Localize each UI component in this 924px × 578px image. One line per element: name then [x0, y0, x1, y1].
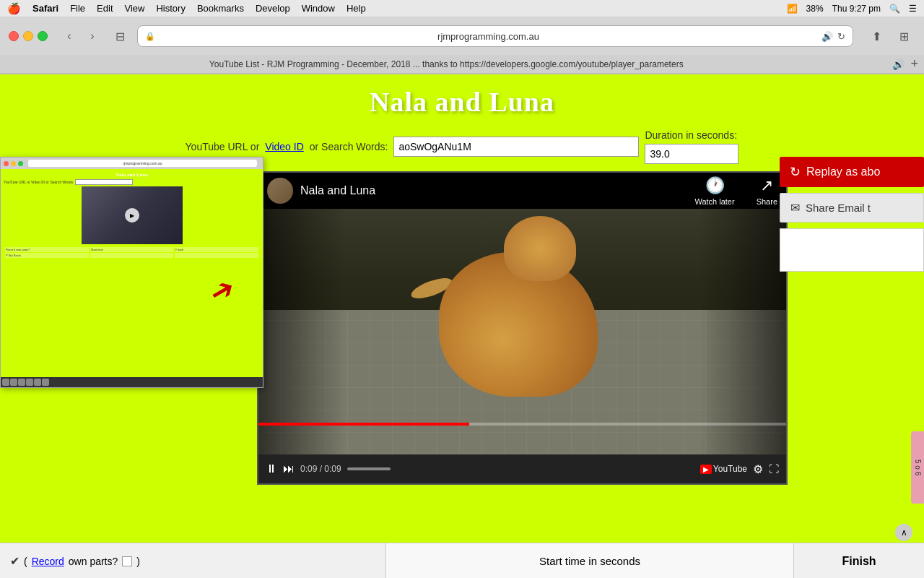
sidebar-toggle-button[interactable]: ⊟ [108, 26, 131, 46]
watch-later-label: Watch later [694, 197, 734, 206]
bottom-right-section: Finish [794, 543, 924, 578]
checkmark-icon: ✔ [10, 554, 19, 568]
replay-button[interactable]: ↻ Replay as abo [780, 157, 924, 187]
menu-icon[interactable]: ☰ [909, 4, 917, 14]
mini-table-cell: Record own parts? [5, 247, 89, 252]
mini-address-bar: rjmprogramming.com.au [28, 160, 257, 167]
dark-overlay-left [258, 209, 345, 454]
bottom-middle-section: Start time in seconds [386, 543, 794, 578]
edge-bar-text: 5 o 6 [914, 460, 922, 475]
url-search-input[interactable] [393, 137, 639, 157]
new-tab-plus-button[interactable]: + [910, 56, 918, 72]
menu-window[interactable]: Window [302, 3, 335, 14]
mini-table-row-2: P Wu Bezin [5, 253, 258, 258]
mini-browser-bar: rjmprogramming.com.au [1, 158, 263, 169]
white-content-box [780, 228, 924, 272]
video-title: Nala and Luna [300, 184, 687, 197]
mini-minimize [11, 161, 16, 166]
yt-text: YouTube [713, 464, 747, 474]
video-header: Nala and Luna 🕐 Watch later ↗ Share [258, 173, 786, 209]
back-button[interactable]: ‹ [59, 26, 79, 46]
menu-edit[interactable]: Edit [97, 3, 113, 14]
url-display: rjmprogramming.com.au [160, 31, 817, 42]
share-video-button[interactable]: ↗ Share [757, 176, 777, 206]
maximize-button[interactable] [38, 31, 48, 41]
video-area: rjmprogramming.com.au Nala and Luna YouT… [0, 171, 924, 485]
apple-menu[interactable]: 🍎 [7, 2, 21, 15]
menu-develop[interactable]: Develop [256, 3, 290, 14]
finish-label: Finish [842, 555, 876, 568]
browser-toolbar: ‹ › ⊟ 🔒 rjmprogramming.com.au 🔊 ↻ ⬆ ⊞ [0, 17, 924, 55]
open-paren: ( [24, 556, 27, 567]
mini-cell-4: P Wu Bezin [5, 253, 89, 258]
menu-help[interactable]: Help [346, 3, 366, 14]
search-icon[interactable]: 🔍 [889, 4, 900, 14]
progress-bar-container[interactable] [258, 423, 786, 426]
mini-table: Record own parts? Start time Finish P Wu… [5, 247, 258, 258]
video-id-link[interactable]: Video ID [265, 141, 303, 152]
pause-button[interactable]: ⏸ [266, 462, 277, 475]
yt-icon: ▶ [700, 465, 712, 474]
tab-title: YouTube List - RJM Programming - Decembe… [6, 59, 886, 69]
fullscreen-button[interactable]: ⛶ [769, 463, 779, 475]
mini-dock-2 [10, 379, 17, 386]
right-edge-bar: 5 o 6 [911, 431, 924, 504]
video-main-area[interactable] [258, 209, 786, 454]
scroll-up-button[interactable]: ∧ [895, 524, 912, 541]
forward-button[interactable]: › [82, 26, 103, 46]
dark-overlay-right [699, 209, 786, 454]
dog-head [504, 216, 576, 281]
new-tab-button[interactable]: ⊞ [892, 26, 915, 46]
dog-body [403, 216, 619, 397]
video-scene [258, 209, 786, 454]
mini-play-icon: ▶ [125, 208, 139, 223]
bottom-bar: ✔ ( Record own parts? ) Start time in se… [0, 543, 924, 578]
menu-safari[interactable]: Safari [32, 3, 58, 14]
replay-icon: ↻ [790, 164, 801, 180]
close-button[interactable] [9, 31, 19, 41]
share-email-button[interactable]: ✉ Share Email t [780, 193, 924, 223]
skip-button[interactable]: ⏭ [283, 462, 295, 475]
bottom-left-section: ✔ ( Record own parts? ) [0, 543, 386, 578]
or-search-label: or Search Words: [310, 141, 388, 152]
menu-history[interactable]: History [156, 3, 185, 14]
youtube-logo: ▶ YouTube [700, 464, 747, 474]
mini-dock-3 [18, 379, 25, 386]
video-player[interactable]: Nala and Luna 🕐 Watch later ↗ Share [257, 171, 788, 485]
main-content: Nala and Luna YouTube URL or Video ID or… [0, 74, 924, 578]
mini-maximize [18, 161, 23, 166]
menu-view[interactable]: View [125, 3, 145, 14]
clock-icon: 🕐 [705, 176, 725, 195]
menu-bookmarks[interactable]: Bookmarks [197, 3, 244, 14]
minimize-button[interactable] [23, 31, 33, 41]
settings-button[interactable]: ⚙ [753, 462, 763, 476]
record-link[interactable]: Record [32, 556, 64, 567]
mini-table-cell-3: Finish [175, 247, 258, 252]
menu-bar-right: 📶 38% Thu 9:27 pm 🔍 ☰ [787, 4, 917, 14]
clock: Thu 9:27 pm [832, 4, 881, 14]
battery-indicator: 38% [806, 4, 824, 14]
toolbar-right: ⬆ ⊞ [865, 26, 915, 46]
mini-dock-1 [2, 379, 9, 386]
own-parts-label: own parts? [69, 556, 118, 567]
volume-control[interactable] [347, 467, 391, 470]
duration-label: Duration in seconds: [645, 129, 737, 141]
channel-avatar [267, 178, 293, 204]
mini-url-input [75, 179, 133, 185]
record-checkbox[interactable] [122, 556, 132, 566]
share-arrow-icon: ↗ [760, 176, 773, 195]
duration-input[interactable] [645, 144, 738, 164]
right-panel: ↻ Replay as abo ✉ Share Email t [780, 157, 924, 272]
url-label: YouTube URL or [186, 141, 260, 152]
duration-wrapper: Duration in seconds: [645, 129, 738, 164]
window-controls [9, 31, 48, 41]
url-input-row: YouTube URL or Video ID or Search Words:… [186, 129, 739, 164]
menu-bar: 🍎 Safari File Edit View History Bookmark… [0, 0, 924, 17]
watch-later-button[interactable]: 🕐 Watch later [694, 176, 734, 206]
start-time-label: Start time in seconds [539, 555, 640, 567]
reload-icon[interactable]: ↻ [837, 31, 845, 42]
menu-file[interactable]: File [70, 3, 85, 14]
share-button[interactable]: ⬆ [865, 26, 888, 46]
speaker-icon[interactable]: 🔊 [821, 31, 833, 42]
address-bar[interactable]: 🔒 rjmprogramming.com.au 🔊 ↻ [137, 25, 853, 47]
